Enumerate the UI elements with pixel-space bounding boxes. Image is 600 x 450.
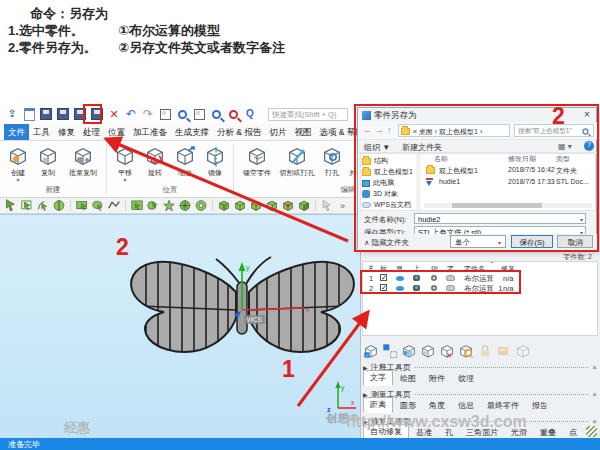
tab-report[interactable]: 报告 (526, 399, 554, 413)
mark-checkbox[interactable]: ✓ (380, 274, 387, 281)
tab-info[interactable]: 信息 (452, 399, 480, 413)
select-all-parts-icon[interactable]: ✓ (363, 343, 379, 359)
zoom-to-part-icon[interactable] (458, 343, 474, 359)
help-icon[interactable]: ? (584, 141, 594, 151)
tab-draw[interactable]: 绘图 (394, 372, 422, 386)
new-document-icon[interactable] (24, 108, 35, 121)
tab-text[interactable]: 文字 (363, 370, 393, 386)
select-polyline-icon[interactable] (107, 199, 121, 212)
color-icon[interactable] (413, 275, 420, 281)
save-icon[interactable] (40, 108, 52, 120)
tab-support-gen[interactable]: 生成支撑 (171, 124, 213, 140)
tab-position[interactable]: 位置 (104, 124, 129, 140)
tree-item-structure[interactable]: 结构 (362, 156, 388, 166)
part-row-2[interactable]: 2 ✓ 布尔运算_1 n/a (363, 283, 597, 293)
view-left-icon[interactable] (281, 199, 295, 212)
save-button[interactable]: 保存(S) (511, 235, 553, 248)
merge-parts-icon[interactable] (401, 343, 417, 359)
chevron-down-icon[interactable]: ▾ (580, 216, 583, 223)
measure-arrow-icon[interactable] (320, 199, 334, 212)
save-all-icon[interactable] (57, 108, 69, 120)
select-part-icon[interactable] (20, 199, 34, 212)
up-button[interactable]: ↑ (387, 125, 392, 135)
select-through-icon[interactable] (36, 199, 50, 212)
duplicate-parts-icon[interactable] (420, 343, 436, 359)
part-name[interactable]: 布尔运算_1 (464, 284, 502, 294)
save-part-as-icon[interactable] (91, 108, 103, 120)
rotate-button[interactable]: 旋转 (140, 143, 170, 184)
tab-circle[interactable]: 圆形 (394, 399, 422, 413)
fit-view-icon[interactable] (194, 109, 205, 120)
view-back-icon[interactable] (265, 199, 279, 212)
mark-checkbox[interactable]: ✓ (380, 284, 387, 291)
tab-attachment[interactable]: 附件 (423, 372, 451, 386)
quick-search-input[interactable]: 快速查找(Shift + Q) (268, 108, 348, 121)
view-columns-icon[interactable]: ▦ ▾ (558, 142, 572, 151)
butterfly-model[interactable]: y x WCS y x z (0, 214, 360, 438)
select-wheel-icon[interactable] (178, 199, 192, 212)
close-icon[interactable]: × (584, 109, 590, 120)
new-folder-button[interactable]: 新建文件夹 (402, 142, 442, 153)
view-top-icon[interactable] (249, 199, 263, 212)
tab-view[interactable]: 视图 (290, 124, 315, 140)
delete-icon[interactable]: ✕ (107, 107, 121, 121)
visible-eye-icon[interactable] (396, 286, 404, 291)
select-clip-icon[interactable] (52, 199, 66, 212)
filename-input[interactable]: hudie2 (414, 213, 586, 224)
translate-button[interactable]: 平移 ▾ (110, 143, 140, 184)
file-list-scrollbar[interactable] (424, 203, 592, 208)
hide-folders-toggle[interactable]: ∧ 隐藏文件夹 (364, 238, 409, 248)
close-icon[interactable]: × (592, 417, 597, 426)
close-icon[interactable]: × (592, 390, 597, 399)
select-arrow-icon[interactable] (4, 199, 18, 212)
tree-item-3d-objects[interactable]: 3D 对象 (362, 189, 398, 199)
save-as-icon[interactable] (74, 108, 86, 120)
column-date[interactable]: 修改日期 (508, 154, 536, 164)
create-part-button[interactable]: 创建 ▾ (3, 143, 33, 184)
annotation-page-header[interactable]: ▶ 注释工具页 × (363, 362, 597, 372)
tab-angle[interactable]: 角度 (423, 399, 451, 413)
select-brush-icon[interactable] (146, 199, 160, 212)
batch-duplicate-button[interactable]: 批量复制 (63, 143, 103, 184)
forward-button[interactable]: → (375, 125, 384, 135)
zoom-window-icon[interactable] (178, 110, 187, 119)
select-lasso-icon[interactable] (91, 199, 105, 212)
resize-grip[interactable] (586, 426, 597, 437)
zoom-in-icon[interactable] (212, 110, 221, 119)
view-iso-icon[interactable] (217, 199, 231, 212)
col-num[interactable]: # (369, 264, 373, 271)
color-icon[interactable] (413, 285, 420, 291)
select-window-icon[interactable] (130, 199, 144, 212)
duplicate-part-button[interactable]: 复制 (33, 143, 63, 184)
select-rect-icon[interactable] (75, 199, 89, 212)
quick-search-icon[interactable]: Q (243, 107, 257, 121)
delete-part-icon[interactable]: ✕ (439, 343, 455, 359)
redo-icon[interactable]: ↷ (141, 107, 155, 121)
tree-item-this-pc[interactable]: 此电脑 (362, 178, 394, 188)
tree-scrollbar[interactable] (416, 154, 421, 210)
organize-menu[interactable]: 组织 ▼ (364, 142, 390, 153)
view-right-icon[interactable] (297, 199, 311, 212)
parts-table[interactable]: # 标.. 显.. 上... 锁.. 零.. 零件名 ˆ 修复... 1 ✓ 布… (362, 261, 598, 336)
visible-eye-icon[interactable] (396, 276, 404, 281)
back-button[interactable]: ← (363, 125, 372, 135)
lock-icon[interactable] (431, 285, 437, 291)
tab-slice[interactable]: 切片 (265, 124, 290, 140)
mark-view-icon[interactable] (229, 110, 238, 119)
punch-button[interactable]: 打孔 (317, 143, 347, 184)
cancel-button[interactable]: 取消 (557, 235, 593, 248)
tab-tools[interactable]: 工具 (29, 124, 54, 140)
toolbar-overflow-icon[interactable]: » (340, 201, 345, 211)
tree-item-wps-cloud[interactable]: WPS云文档 (362, 200, 411, 210)
close-icon[interactable]: × (592, 363, 597, 372)
tab-distance[interactable]: 距离 (363, 397, 393, 413)
select-ring-icon[interactable] (194, 199, 208, 212)
rescale-button[interactable]: 缩放 (170, 143, 200, 184)
undo-icon[interactable]: ↶ (124, 107, 138, 121)
view-front-icon[interactable] (233, 199, 247, 212)
breadcrumb[interactable]: « 桌面 › 双上色模型1 › (398, 124, 510, 137)
part-row-1[interactable]: 1 ✓ 布尔运算 n/a (363, 273, 597, 283)
hollow-part-button[interactable]: 镂空零件 (237, 143, 277, 184)
toggle-parts-icon[interactable] (382, 343, 398, 359)
tab-texture[interactable]: 纹理 (452, 372, 480, 386)
